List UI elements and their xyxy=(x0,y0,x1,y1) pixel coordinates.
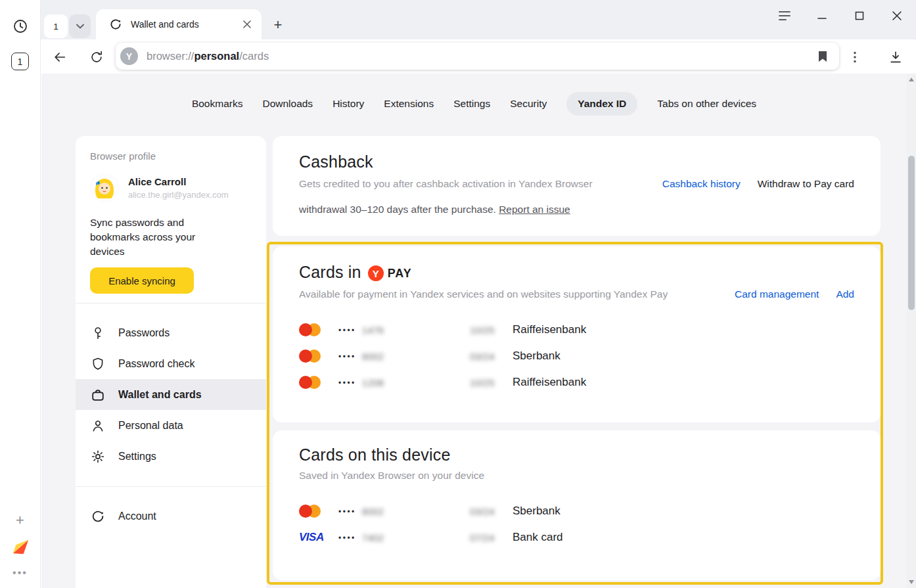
card-bank-name: Raiffeisenbank xyxy=(513,376,586,389)
pay-card-list: ••••1476 10/25 Raiffeisenbank ••••8002 0… xyxy=(299,317,854,396)
sidebar-more-icon[interactable]: ••• xyxy=(12,567,28,579)
back-button[interactable] xyxy=(51,49,68,66)
nav-extensions[interactable]: Extensions xyxy=(384,98,434,110)
cards-on-device-card: Cards on this device Saved in Yandex Bro… xyxy=(273,430,881,580)
nav-security[interactable]: Security xyxy=(510,98,547,110)
person-icon xyxy=(90,418,106,434)
mastercard-icon xyxy=(299,376,321,389)
card-expiry: 10/25 xyxy=(470,377,513,388)
address-bar[interactable]: Y browser://personal/cards xyxy=(116,43,839,70)
page-scrollbar[interactable] xyxy=(907,74,916,588)
nav-settings[interactable]: Settings xyxy=(453,98,490,110)
nav-bookmarks[interactable]: Bookmarks xyxy=(192,98,243,110)
yandex-pay-y-icon: Y xyxy=(368,265,384,281)
scrollbar-down-icon[interactable] xyxy=(909,580,914,584)
nav-downloads[interactable]: Downloads xyxy=(262,98,313,110)
report-an-issue-link[interactable]: Report an issue xyxy=(499,204,570,215)
shield-icon xyxy=(90,356,106,372)
bookmark-icon[interactable] xyxy=(814,48,831,65)
card-row[interactable]: ••••8002 03/24 Sberbank xyxy=(299,343,854,369)
mastercard-icon xyxy=(299,350,321,363)
address-more-icon[interactable] xyxy=(846,49,863,66)
reload-button[interactable] xyxy=(88,49,105,66)
tab-group-count[interactable]: 1 xyxy=(44,14,68,38)
new-tab-button[interactable]: + xyxy=(268,15,288,35)
scrollbar-thumb[interactable] xyxy=(908,156,915,310)
profile-email: alice.the.girl@yandex.com xyxy=(128,190,229,200)
card-expiry: 07/24 xyxy=(470,532,513,543)
sidebar-item-label: Passwords xyxy=(118,327,170,339)
sidebar-item-account[interactable]: Account xyxy=(76,501,266,531)
yandex-pay-word: PAY xyxy=(388,267,412,281)
device-section-title: Cards on this device xyxy=(299,445,854,464)
pay-section-description: Available for payment in Yandex services… xyxy=(299,288,718,300)
browser-menu-icon[interactable] xyxy=(776,7,793,24)
device-section-description: Saved in Yandex Browser on your device xyxy=(299,470,854,482)
scrollbar-up-icon[interactable] xyxy=(909,78,914,81)
tab-bar: 1 Wallet and cards + xyxy=(41,0,916,39)
url-path: /cards xyxy=(239,50,269,62)
settings-top-nav: Bookmarks Downloads History Extensions S… xyxy=(41,92,907,116)
yandex-browser-logo[interactable] xyxy=(11,537,30,556)
window-close-button[interactable] xyxy=(888,7,905,24)
cashback-history-link[interactable]: Cashback history xyxy=(662,178,741,190)
browser-side-strip: 1 + ••• xyxy=(0,0,41,588)
card-last-digits: 1208 xyxy=(362,377,384,388)
tab-count-badge[interactable]: 1 xyxy=(11,53,29,70)
sidebar-item-label: Account xyxy=(118,510,156,522)
sidebar-item-password-check[interactable]: Password check xyxy=(76,348,266,379)
browser-window: 1 + ••• 1 Wallet and cards + xyxy=(0,0,916,588)
cashback-title: Cashback xyxy=(299,152,854,171)
card-bank-name: Bank card xyxy=(513,531,563,544)
card-expiry: 03/24 xyxy=(470,351,513,362)
nav-yandex-id-active[interactable]: Yandex ID xyxy=(566,92,637,116)
tab-close-icon[interactable] xyxy=(239,16,255,32)
window-minimize-button[interactable] xyxy=(813,7,831,24)
sidebar-item-label: Personal data xyxy=(118,420,183,432)
card-row[interactable]: ••••1208 10/25 Raiffeisenbank xyxy=(299,369,854,396)
cards-in-pay-card: Cards in Y PAY Available for payment in … xyxy=(273,246,881,422)
card-masked-dots: •••• xyxy=(338,325,356,335)
wallet-icon xyxy=(90,387,106,403)
settings-menu: Passwords Password check Wallet and card… xyxy=(76,304,266,472)
window-maximize-button[interactable] xyxy=(851,7,868,24)
cashback-description: Gets credited to you after cashback acti… xyxy=(299,178,645,190)
card-last-digits: 1476 xyxy=(362,325,384,336)
sidebar-add-icon[interactable]: + xyxy=(16,514,24,526)
sidebar-item-personal-data[interactable]: Personal data xyxy=(76,410,266,441)
tab-favicon-icon xyxy=(109,18,122,31)
url-text: browser://personal/cards xyxy=(147,50,806,62)
cashback-note-text: withdrawal 30–120 days after the purchas… xyxy=(299,204,499,215)
card-row[interactable]: ••••1476 10/25 Raiffeisenbank xyxy=(299,317,854,343)
nav-tabs-other-devices[interactable]: Tabs on other devices xyxy=(657,98,756,110)
card-management-link[interactable]: Card management xyxy=(735,288,819,300)
tab-title: Wallet and cards xyxy=(131,19,231,30)
tab-group-chevron[interactable] xyxy=(69,14,91,38)
browser-profile-label: Browser profile xyxy=(90,150,252,162)
profile-name: Alice Carroll xyxy=(128,176,229,187)
downloads-icon[interactable] xyxy=(887,49,904,66)
sidebar-item-label: Password check xyxy=(118,358,195,370)
sidebar-item-wallet-and-cards[interactable]: Wallet and cards xyxy=(76,379,266,410)
card-last-digits: 8002 xyxy=(362,351,384,362)
sidebar-item-settings[interactable]: Settings xyxy=(76,441,266,472)
tab-count-value: 1 xyxy=(18,57,23,67)
card-last-digits: 7402 xyxy=(362,532,384,543)
card-row[interactable]: VISA ••••7402 07/24 Bank card xyxy=(299,524,854,551)
mastercard-icon xyxy=(299,323,321,336)
card-row[interactable]: ••••8002 03/24 Sberbank xyxy=(299,498,854,524)
cashback-card: Cashback Gets credited to you after cash… xyxy=(273,136,881,236)
sync-description: Sync passwords and bookmarks across your… xyxy=(90,215,207,259)
pay-section-title: Cards in xyxy=(299,263,361,282)
tab-wallet-and-cards[interactable]: Wallet and cards xyxy=(96,9,262,39)
nav-history[interactable]: History xyxy=(332,98,364,110)
key-icon xyxy=(90,325,106,341)
withdraw-to-pay-card-link[interactable]: Withdraw to Pay card xyxy=(758,178,854,190)
enable-syncing-button[interactable]: Enable syncing xyxy=(90,267,194,294)
cashback-note: withdrawal 30–120 days after the purchas… xyxy=(299,204,854,215)
add-card-link[interactable]: Add xyxy=(836,288,854,300)
history-clock-icon[interactable] xyxy=(12,18,28,34)
yandex-pay-logo: Y PAY xyxy=(368,265,412,281)
avatar[interactable] xyxy=(90,173,119,202)
sidebar-item-passwords[interactable]: Passwords xyxy=(76,317,266,348)
